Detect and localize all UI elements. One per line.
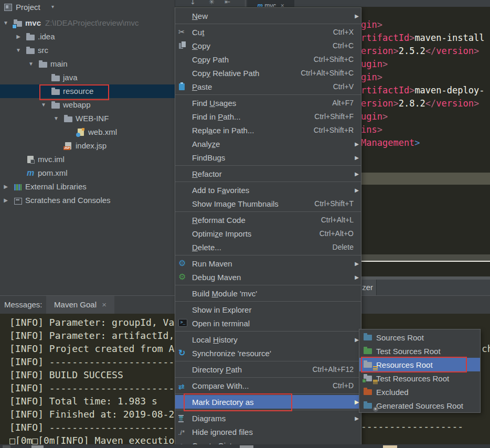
tree-item-web-inf[interactable]: ▼WEB-INF: [0, 112, 175, 125]
menu-item-cut[interactable]: ✂CutCtrl+X: [175, 25, 361, 39]
menu-separator: [175, 182, 361, 182]
menu-item-local-history[interactable]: Local History▶: [175, 333, 361, 346]
menu-item-find-in-path[interactable]: Find in Path...Ctrl+Shift+F: [175, 110, 361, 123]
maven-file-icon: m: [26, 169, 36, 178]
menu-item-findbugs[interactable]: FindBugs▶: [175, 151, 361, 164]
tree-item-webapp[interactable]: ▼webapp: [0, 98, 175, 112]
tree-item-web-xml[interactable]: web.xml: [0, 125, 175, 139]
menu-item-label: Replace in Path...: [192, 126, 314, 135]
menu-item-delete[interactable]: Delete...Delete: [175, 240, 361, 254]
submenu-item-resources-root[interactable]: Resources Root: [359, 358, 480, 371]
menu-separator: [175, 393, 361, 394]
menu-item-label: Refactor: [192, 169, 355, 178]
close-icon[interactable]: ×: [102, 300, 106, 309]
menu-item-hide-ignored-files[interactable]: .i*Hide ignored files: [175, 425, 361, 439]
submenu-item-test-sources-root[interactable]: Test Sources Root: [359, 344, 480, 358]
menu-shortcut: Ctrl+V: [333, 82, 354, 91]
tree-item-main[interactable]: ▼main: [0, 57, 175, 71]
code-line: ugin>: [361, 58, 490, 71]
close-icon[interactable]: ×: [281, 2, 284, 7]
code-area: gin>rtifactId>maven-installersion>2.5.2<…: [361, 18, 490, 244]
tree-item-pom-xml[interactable]: mpom.xml: [0, 166, 175, 180]
collapse-arrow-icon[interactable]: ▼: [27, 61, 35, 67]
maven-goal-tab[interactable]: Maven Goal ×: [46, 296, 114, 314]
tree-item-mvc[interactable]: ▼mvcZ:\IDEAProject\review\mvc: [0, 16, 175, 30]
menu-icon-cell: [178, 125, 192, 135]
menu-item-open-in-terminal[interactable]: >_Open in terminal: [175, 316, 361, 330]
log-line: [INFO] ------------------------------: [9, 421, 175, 434]
project-title[interactable]: Project: [16, 3, 40, 12]
submenu-arrow-icon: ▶: [355, 13, 359, 19]
tree-item-idea[interactable]: ▶.idea: [0, 30, 175, 44]
menu-item-copy-relative-path[interactable]: Copy Relative PathCtrl+Alt+Shift+C: [175, 66, 361, 80]
menu-item-mark-directory-as[interactable]: Mark Directory as▶: [175, 395, 361, 409]
chevron-down-icon[interactable]: ▾: [51, 4, 54, 9]
menu-shortcut: Ctrl+Shift+F: [314, 112, 354, 121]
menu-icon-cell: [178, 138, 192, 149]
menu-item-label: Add to Favorites: [192, 186, 355, 195]
expand-arrow-icon[interactable]: ▶: [15, 34, 22, 39]
submenu-arrow-icon: ▶: [355, 187, 359, 193]
tree-item-mvc-iml[interactable]: mvc.iml: [0, 153, 175, 166]
menu-item-show-image-thumbnails[interactable]: Show Image ThumbnailsCtrl+Shift+T: [175, 197, 361, 210]
menu-item-copy-path[interactable]: Copy PathCtrl+Shift+C: [175, 52, 361, 66]
tree-item-java[interactable]: java: [0, 71, 175, 84]
collapse-arrow-icon[interactable]: ▼: [40, 102, 47, 108]
menu-item-compare-with[interactable]: ⇄Compare With...Ctrl+D: [175, 379, 361, 392]
log-line: [INFO] Project created from A: [9, 342, 175, 355]
expand-arrow-icon[interactable]: ▶: [2, 197, 9, 203]
tree-item-index-jsp[interactable]: index.jsp: [0, 139, 175, 153]
menu-item-label: Delete...: [192, 243, 333, 252]
collapse-arrow-icon[interactable]: ▼: [52, 115, 60, 121]
menu-item-copy[interactable]: CopyCtrl+C: [175, 39, 361, 52]
submenu-item-generated-sources-root[interactable]: ✳Generated Sources Root: [359, 399, 480, 412]
menu-item-replace-in-path[interactable]: Replace in Path...Ctrl+Shift+R: [175, 123, 361, 137]
tree-item-resource[interactable]: resource: [0, 84, 175, 98]
tree-item-src[interactable]: ▼src: [0, 44, 175, 57]
editor-tab-mvc[interactable]: m mvc ×: [247, 0, 294, 7]
toolbar-settings-icon[interactable]: ✳: [209, 0, 215, 6]
menu-shortcut: Ctrl+X: [333, 28, 354, 36]
taskbar-segment: [31, 445, 44, 448]
menu-item-analyze[interactable]: Analyze▶: [175, 137, 361, 151]
menu-item-paste[interactable]: PasteCtrl+V: [175, 80, 361, 93]
hide-ignored-icon: .i*: [178, 428, 185, 438]
expand-arrow-icon[interactable]: ▶: [2, 184, 9, 189]
libraries-icon: [14, 183, 23, 191]
toolbar-collapse-icon[interactable]: ⇤: [225, 0, 230, 6]
submenu-arrow-icon: ▶: [355, 415, 359, 421]
submenu-item-sources-root[interactable]: Sources Root: [359, 330, 480, 344]
terminal-icon-cell: >_: [178, 318, 192, 328]
menu-item-new[interactable]: New▶: [175, 9, 361, 23]
submenu-item-label: Resources Root: [376, 360, 433, 369]
submenu-item-label: Generated Sources Root: [376, 401, 463, 410]
synchronize-icon: ↻: [178, 348, 185, 358]
maven-icon: m: [257, 2, 263, 7]
menu-item-optimize-imports[interactable]: Optimize ImportsCtrl+Alt+O: [175, 227, 361, 240]
collapse-arrow-icon[interactable]: ▼: [2, 20, 9, 26]
menu-item-build-module-mvc[interactable]: Build Module 'mvc': [175, 286, 361, 300]
menu-item-show-in-explorer[interactable]: Show in Explorer: [175, 303, 361, 316]
menu-item-synchronize-resource[interactable]: ↻Synchronize 'resource': [175, 346, 361, 360]
folder-icon: [51, 101, 61, 110]
scissors-icon: ✂: [178, 27, 185, 37]
submenu-item-excluded[interactable]: Excluded: [359, 385, 480, 399]
menu-item-diagrams[interactable]: ⇈Diagrams▶: [175, 411, 361, 425]
toolbar-download-icon[interactable]: ↧: [190, 0, 196, 6]
menu-icon-cell: [178, 288, 192, 298]
submenu-item-test-resources-root[interactable]: Test Resources Root: [359, 371, 480, 385]
menu-item-run-maven[interactable]: ⚙Run Maven▶: [175, 257, 361, 270]
menu-item-debug-maven[interactable]: ⚙Debug Maven▶: [175, 270, 361, 284]
menu-item-add-to-favorites[interactable]: Add to Favorites▶: [175, 183, 361, 197]
menu-item-directory-path[interactable]: Directory PathCtrl+Alt+F12: [175, 362, 361, 376]
submenu-item-label: Test Resources Root: [376, 374, 449, 383]
menu-item-reformat-code[interactable]: Reformat CodeCtrl+Alt+L: [175, 213, 361, 227]
menu-shortcut: Ctrl+Alt+L: [321, 216, 354, 224]
tree-item-external-libraries[interactable]: ▶External Libraries: [0, 180, 175, 194]
collapse-arrow-icon[interactable]: ▼: [15, 47, 22, 53]
copy-icon: [178, 41, 187, 49]
menu-item-find-usages[interactable]: Find UsagesAlt+F7: [175, 96, 361, 110]
menu-item-refactor[interactable]: Refactor▶: [175, 167, 361, 180]
tree-item-scratches-and-consoles[interactable]: ▶Scratches and Consoles: [0, 194, 175, 207]
menu-icon-cell: [178, 10, 192, 21]
